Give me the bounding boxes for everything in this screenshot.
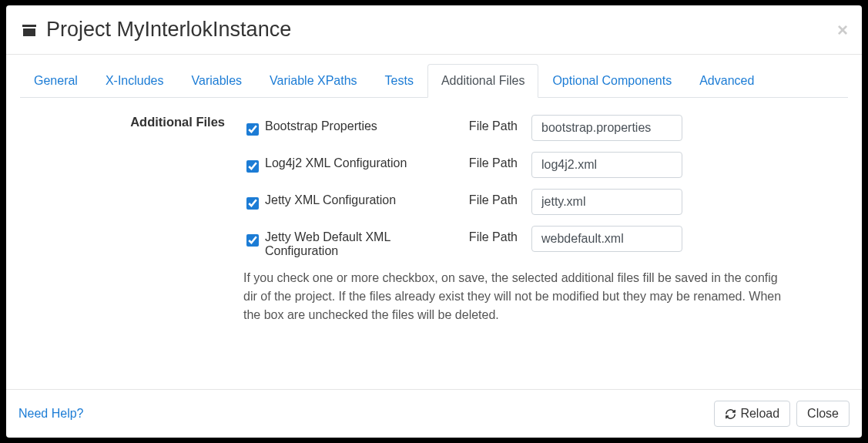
help-text: If you check one or more checkbox, on sa… <box>243 269 794 324</box>
modal-footer: Need Help? Reload Close <box>6 389 862 438</box>
checkbox-label-jetty-webdefault: Jetty Web Default XML Configuration <box>262 226 462 258</box>
checkbox-bootstrap[interactable] <box>246 123 259 136</box>
reload-button-label: Reload <box>740 407 779 421</box>
file-row: Jetty Web Default XML Configuration File… <box>20 226 848 258</box>
reload-button[interactable]: Reload <box>714 401 790 427</box>
file-row: Additional Files Bootstrap Properties Fi… <box>20 115 848 141</box>
title-prefix: Project <box>46 18 111 42</box>
tabs-container: General X-Includes Variables Variable XP… <box>20 64 848 98</box>
filepath-input-bootstrap[interactable] <box>531 115 682 141</box>
modal-header: Project MyInterlokInstance × <box>6 5 862 55</box>
filepath-input-jetty[interactable] <box>531 189 682 215</box>
tab-xincludes[interactable]: X-Includes <box>92 64 178 98</box>
reload-icon <box>725 408 736 420</box>
footer-buttons: Reload Close <box>714 401 850 427</box>
title-name: MyInterlokInstance <box>117 18 292 42</box>
file-row: Log4j2 XML Configuration File Path <box>20 152 848 178</box>
checkbox-jetty-webdefault[interactable] <box>246 234 259 247</box>
checkbox-label-jetty: Jetty XML Configuration <box>262 189 462 207</box>
checkbox-label-bootstrap: Bootstrap Properties <box>262 115 462 133</box>
checkbox-jetty[interactable] <box>246 197 259 210</box>
tab-variables[interactable]: Variables <box>178 64 256 98</box>
close-button-label: Close <box>807 407 839 421</box>
box-icon <box>20 21 39 39</box>
filepath-label: File Path <box>462 115 531 133</box>
filepath-label: File Path <box>462 226 531 244</box>
tab-content-additional-files: Additional Files Bootstrap Properties Fi… <box>20 98 848 324</box>
checkbox-label-log4j2: Log4j2 XML Configuration <box>262 152 462 170</box>
filepath-input-jetty-webdefault[interactable] <box>531 226 682 252</box>
modal-body: General X-Includes Variables Variable XP… <box>6 55 862 389</box>
tab-general[interactable]: General <box>20 64 92 98</box>
filepath-input-log4j2[interactable] <box>531 152 682 178</box>
filepath-label: File Path <box>462 189 531 207</box>
section-label: Additional Files <box>20 115 243 129</box>
tab-optional-components[interactable]: Optional Components <box>538 64 685 98</box>
close-button[interactable]: Close <box>796 401 850 427</box>
checkbox-log4j2[interactable] <box>246 160 259 173</box>
help-link[interactable]: Need Help? <box>18 407 84 421</box>
tab-advanced[interactable]: Advanced <box>685 64 768 98</box>
modal-title-container: Project MyInterlokInstance <box>20 18 291 42</box>
close-icon[interactable]: × <box>837 21 848 39</box>
filepath-label: File Path <box>462 152 531 170</box>
tab-tests[interactable]: Tests <box>371 64 427 98</box>
tab-variable-xpaths[interactable]: Variable XPaths <box>256 64 371 98</box>
project-modal: Project MyInterlokInstance × General X-I… <box>6 5 862 438</box>
file-row: Jetty XML Configuration File Path <box>20 189 848 215</box>
tab-additional-files[interactable]: Additional Files <box>427 64 539 98</box>
